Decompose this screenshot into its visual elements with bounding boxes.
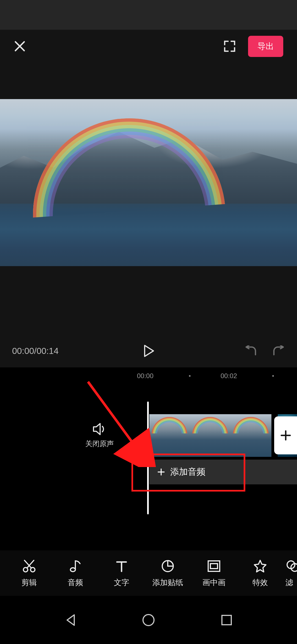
tool-pip[interactable]: 画中画 xyxy=(191,559,237,588)
video-preview[interactable] xyxy=(0,99,297,266)
add-audio-label: 添加音频 xyxy=(170,466,205,478)
tool-audio[interactable]: 音频 xyxy=(52,559,98,588)
bottom-toolbar: 剪辑 音频 文字 添加贴纸 画中画 特效 滤 xyxy=(0,550,297,596)
svg-point-9 xyxy=(143,615,154,626)
ruler-mark: 00:02 xyxy=(221,372,237,380)
tool-text[interactable]: 文字 xyxy=(98,559,145,588)
add-clip-button[interactable] xyxy=(274,416,297,454)
svg-point-3 xyxy=(70,568,75,572)
timeline[interactable]: 00:00 00:02 关闭原声 添加音频 xyxy=(0,367,297,557)
tool-label: 文字 xyxy=(114,577,129,588)
nav-recent-icon[interactable] xyxy=(219,613,234,627)
star-icon xyxy=(253,559,268,574)
tool-filter[interactable]: 滤 xyxy=(283,559,297,588)
mute-original-audio[interactable]: 关闭原声 xyxy=(85,422,114,449)
undo-icon[interactable] xyxy=(244,345,257,356)
timeline-ruler: 00:00 00:02 xyxy=(0,367,297,384)
close-icon[interactable] xyxy=(14,40,26,52)
tool-effect[interactable]: 特效 xyxy=(237,559,283,588)
ruler-dot xyxy=(189,375,191,377)
preview-spacer-bottom xyxy=(0,266,297,334)
sticker-icon xyxy=(160,559,175,574)
text-icon xyxy=(114,559,129,574)
fullscreen-icon[interactable] xyxy=(224,40,236,52)
top-bar-right: 导出 xyxy=(224,36,283,57)
nav-back-icon[interactable] xyxy=(63,613,78,627)
preview-content xyxy=(26,112,232,266)
music-note-icon xyxy=(68,559,83,574)
svg-rect-10 xyxy=(222,615,231,625)
video-clip-thumb[interactable] xyxy=(149,414,190,457)
playhead[interactable] xyxy=(147,402,149,514)
play-button[interactable] xyxy=(142,344,155,358)
tool-sticker[interactable]: 添加贴纸 xyxy=(145,559,191,588)
redo-icon[interactable] xyxy=(272,345,285,356)
preview-spacer-top xyxy=(0,63,297,99)
video-clip-thumb[interactable] xyxy=(190,414,231,457)
tool-label: 画中画 xyxy=(202,577,226,588)
speaker-icon xyxy=(92,422,107,436)
plus-icon xyxy=(157,468,165,476)
top-bar: 导出 xyxy=(0,30,297,63)
scissors-icon xyxy=(22,559,37,574)
add-audio-button[interactable]: 添加音频 xyxy=(149,460,297,484)
tool-label: 滤 xyxy=(285,577,293,588)
track-area: 关闭原声 添加音频 xyxy=(0,384,297,557)
tool-label: 剪辑 xyxy=(21,577,37,588)
tool-cut[interactable]: 剪辑 xyxy=(6,559,52,588)
ruler-mark: 00:00 xyxy=(137,372,153,380)
ruler-dot xyxy=(272,375,274,377)
playback-bar: 00:00/00:14 xyxy=(0,334,297,367)
playback-time: 00:00/00:14 xyxy=(12,346,59,356)
nav-home-icon[interactable] xyxy=(141,613,156,627)
svg-rect-6 xyxy=(210,564,218,569)
status-bar xyxy=(0,0,297,30)
video-clip-thumb[interactable] xyxy=(231,414,271,457)
mute-label: 关闭原声 xyxy=(85,439,114,449)
video-clips-row[interactable] xyxy=(149,414,271,457)
tool-label: 特效 xyxy=(252,577,268,588)
pip-icon xyxy=(207,559,221,574)
filter-icon xyxy=(285,559,297,574)
system-nav-bar xyxy=(0,596,297,644)
export-button[interactable]: 导出 xyxy=(248,36,283,57)
tool-label: 添加贴纸 xyxy=(152,577,183,588)
tool-label: 音频 xyxy=(68,577,83,588)
